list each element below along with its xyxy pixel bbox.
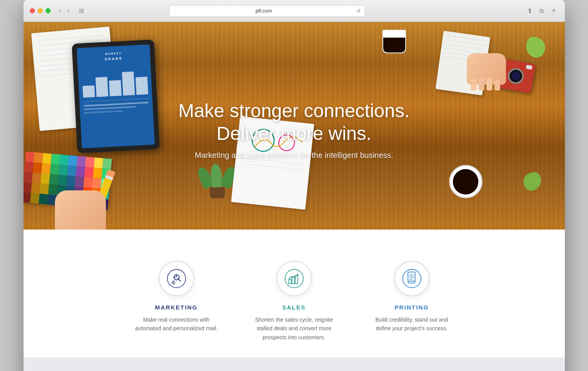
feature-marketing[interactable]: MARKETING Make real connections with aut… — [133, 261, 220, 342]
printing-icon — [402, 269, 422, 288]
minimize-button[interactable] — [38, 8, 43, 13]
url-display: pfl.com — [173, 8, 354, 14]
hero-title: Make stronger connections. Deliver more … — [178, 100, 410, 145]
traffic-lights — [30, 8, 51, 13]
sales-icon-circle — [277, 261, 312, 296]
hero-title-line2: Deliver more wins. — [217, 123, 371, 144]
new-tab-button[interactable]: + — [549, 6, 559, 15]
reload-button[interactable]: ↺ — [356, 8, 361, 14]
svg-point-8 — [297, 274, 299, 275]
maximize-button[interactable] — [46, 8, 51, 13]
hero-overlay: Make stronger connections. Deliver more … — [24, 22, 565, 230]
marketing-icon-circle — [159, 261, 194, 296]
hero-subtitle: Marketing and sales solutions for the in… — [195, 151, 393, 160]
svg-point-2 — [167, 270, 186, 288]
features-section: MARKETING Make real connections with aut… — [24, 230, 565, 357]
browser-toolbar: ‹ › ⊞ pfl.com ↺ ⬆ ⧉ + — [24, 0, 565, 22]
printing-title: PRINTING — [395, 304, 429, 311]
marketing-desc: Make real connections with automated and… — [133, 315, 220, 333]
marketing-title: MARKETING — [155, 304, 198, 311]
page-content: MARKET SHARE — [24, 22, 565, 371]
sales-desc: Shorten the sales cycle, reignite stalle… — [251, 315, 337, 342]
back-button[interactable]: ‹ — [57, 6, 64, 16]
sidebar-button[interactable]: ⊞ — [76, 5, 87, 16]
sales-icon — [284, 269, 304, 288]
tabs-button[interactable]: ⧉ — [538, 5, 545, 16]
printing-icon-circle — [394, 261, 430, 296]
nav-buttons: ‹ › — [57, 6, 72, 16]
address-bar[interactable]: pfl.com ↺ — [169, 5, 365, 17]
feature-sales[interactable]: SALES Shorten the sales cycle, reignite … — [251, 261, 337, 342]
forward-button[interactable]: › — [65, 6, 72, 16]
sales-title: SALES — [282, 304, 306, 311]
printing-desc: Build credibility, stand out and define … — [369, 315, 455, 333]
close-button[interactable] — [30, 8, 35, 13]
hero-section: MARKET SHARE — [24, 22, 565, 230]
toolbar-actions: ⬆ ⧉ — [526, 5, 545, 16]
hero-title-line1: Make stronger connections. — [178, 100, 410, 121]
svg-rect-10 — [408, 272, 415, 281]
marketing-icon — [167, 269, 186, 288]
drive-section: Drive Engagement. Drive Results. Tactile… — [24, 357, 565, 371]
share-button[interactable]: ⬆ — [526, 5, 534, 16]
feature-printing[interactable]: PRINTING Build credibility, stand out an… — [369, 261, 455, 342]
browser-window: ‹ › ⊞ pfl.com ↺ ⬆ ⧉ + — [24, 0, 565, 371]
svg-rect-5 — [288, 279, 291, 284]
svg-rect-6 — [292, 277, 295, 284]
